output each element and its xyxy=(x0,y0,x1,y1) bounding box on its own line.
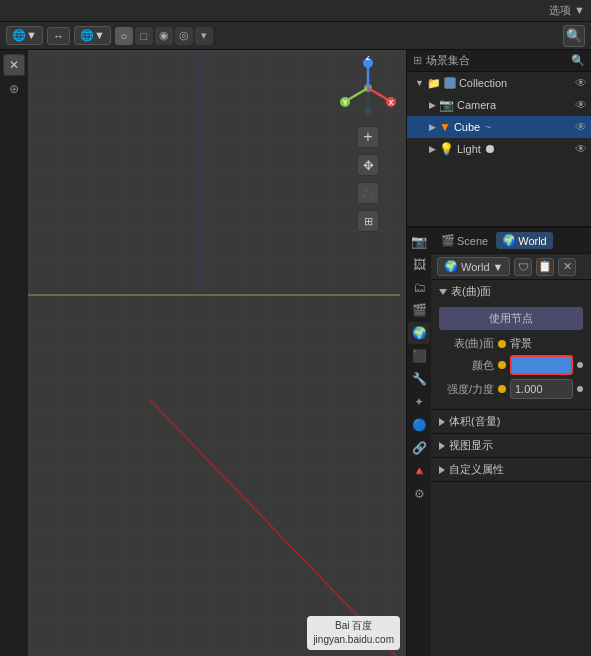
outliner-cube[interactable]: ▶ ▼ Cube ~ 👁 xyxy=(407,116,591,138)
surface-header[interactable]: 表(曲)面 xyxy=(431,280,591,303)
viewport-display-section: 视图显示 xyxy=(431,434,591,458)
camera-btn[interactable]: 🎥 xyxy=(357,182,379,204)
svg-line-12 xyxy=(346,88,368,101)
world-props-icon[interactable]: 🌍 xyxy=(408,322,430,344)
volume-header[interactable]: 体积(音量) xyxy=(431,410,591,433)
collection-eye-icon[interactable]: 👁 xyxy=(575,76,587,90)
select-tool[interactable]: ✕ xyxy=(3,54,25,76)
cube-label: Cube xyxy=(454,121,480,133)
options-menu[interactable]: 选项 ▼ xyxy=(549,3,585,18)
svg-point-16 xyxy=(364,107,372,115)
volume-triangle xyxy=(439,418,445,426)
volume-title: 体积(音量) xyxy=(449,414,500,429)
outliner-panel: ⊞ 场景集合 🔍 ▼ 📁 Collection 👁 xyxy=(407,50,591,228)
left-toolbar: ✕ ⊕ xyxy=(0,50,28,656)
collection-checkbox[interactable] xyxy=(444,77,456,89)
render-wire-icon[interactable]: □ xyxy=(135,27,153,45)
custom-props-section: 自定义属性 xyxy=(431,458,591,482)
surface-section: 表(曲)面 使用节点 表(曲)面 背景 xyxy=(431,280,591,410)
custom-props-header[interactable]: 自定义属性 xyxy=(431,458,591,481)
camera-expand-icon: ▶ xyxy=(429,100,436,110)
watermark: Bai 百度 jingyan.baidu.com xyxy=(307,616,400,650)
yellow-dot xyxy=(498,340,506,348)
world-shield-icon[interactable]: 🛡 xyxy=(514,258,532,276)
color-swatch[interactable] xyxy=(510,355,573,375)
surface-label: 表(曲)面 xyxy=(439,336,494,351)
svg-text:Z: Z xyxy=(366,56,371,61)
light-eye-icon[interactable]: 👁 xyxy=(575,142,587,156)
color-label: 颜色 xyxy=(439,358,494,373)
viewport-shading-btn[interactable]: 🌐▼ xyxy=(6,26,43,45)
outliner-filter-icon[interactable]: ⊞ xyxy=(413,54,422,67)
viewport-overlay-btn[interactable]: 🌐▼ xyxy=(74,26,111,45)
scene-tab-icon: 🎬 xyxy=(441,234,455,247)
viewport-mode-btn[interactable]: ↔ xyxy=(47,27,70,45)
surface-title: 表(曲)面 xyxy=(451,284,491,299)
world-close-icon[interactable]: ✕ xyxy=(558,258,576,276)
viewport-display-triangle xyxy=(439,442,445,450)
modifier-icon[interactable]: 🔧 xyxy=(408,368,430,390)
svg-line-9 xyxy=(368,88,390,101)
outliner-collection[interactable]: ▼ 📁 Collection 👁 xyxy=(407,72,591,94)
svg-text:Y: Y xyxy=(343,99,348,106)
use-nodes-btn[interactable]: 使用节点 xyxy=(439,307,583,330)
world-dropdown-btn[interactable]: 🌍 World ▼ xyxy=(437,257,510,276)
surface-triangle xyxy=(439,289,447,295)
particles-icon[interactable]: ✦ xyxy=(408,391,430,413)
tab-world[interactable]: 🌍 World xyxy=(496,232,553,249)
background-label: 背景 xyxy=(510,336,532,351)
cube-expand-icon: ▶ xyxy=(429,122,436,132)
color-dot-right xyxy=(577,362,583,368)
render-extra-icon[interactable]: ▾ xyxy=(195,27,213,45)
physics-icon[interactable]: 🔵 xyxy=(408,414,430,436)
lock-btn[interactable]: ⊞ xyxy=(357,210,379,232)
collection-label: Collection xyxy=(459,77,507,89)
light-label: Light xyxy=(457,143,481,155)
zoom-in-btn[interactable]: + xyxy=(357,126,379,148)
camera-label: Camera xyxy=(457,99,496,111)
strength-dot xyxy=(498,385,506,393)
render-mat-icon[interactable]: ◉ xyxy=(155,27,173,45)
viewport-display-header[interactable]: 视图显示 xyxy=(431,434,591,457)
tab-scene[interactable]: 🎬 Scene xyxy=(435,232,494,249)
svg-text:X: X xyxy=(389,99,394,106)
viewport-gizmo[interactable]: Z X Y xyxy=(336,56,400,120)
search-icon[interactable]: 🔍 xyxy=(563,25,585,47)
light-expand-icon: ▶ xyxy=(429,144,436,154)
render-props-icon[interactable]: 📷 xyxy=(408,230,430,252)
color-dot xyxy=(498,361,506,369)
light-circle xyxy=(486,145,494,153)
custom-props-title: 自定义属性 xyxy=(449,462,504,477)
cursor-tool[interactable]: ⊕ xyxy=(3,78,25,100)
world-new-icon[interactable]: 📋 xyxy=(536,258,554,276)
scene-props-icon[interactable]: 🎬 xyxy=(408,299,430,321)
render-render-icon[interactable]: ◎ xyxy=(175,27,193,45)
collection-expand-icon: ▼ xyxy=(415,78,424,88)
object-props-icon[interactable]: ⬛ xyxy=(408,345,430,367)
render-solid-icon[interactable]: ○ xyxy=(115,27,133,45)
outliner-light[interactable]: ▶ 💡 Light 👁 xyxy=(407,138,591,160)
cube-eye-icon[interactable]: 👁 xyxy=(575,120,587,134)
outliner-title: 场景集合 xyxy=(426,53,470,68)
constraints-icon[interactable]: 🔗 xyxy=(408,437,430,459)
camera-eye-icon[interactable]: 👁 xyxy=(575,98,587,112)
view-layer-icon[interactable]: 🗂 xyxy=(408,276,430,298)
world-tab-icon: 🌍 xyxy=(502,234,516,247)
viewport: ✕ ⊕ Z X xyxy=(0,50,406,656)
strength-dot-right xyxy=(577,386,583,392)
pan-btn[interactable]: ✥ xyxy=(357,154,379,176)
output-props-icon[interactable]: 🖼 xyxy=(408,253,430,275)
properties-icon-strip: 📷 🖼 🗂 🎬 🌍 ⬛ 🔧 ✦ 🔵 🔗 🔺 ⚙ xyxy=(407,228,431,656)
outliner-search-icon[interactable]: 🔍 xyxy=(571,54,585,67)
custom-props-triangle xyxy=(439,466,445,474)
volume-section: 体积(音量) xyxy=(431,410,591,434)
outliner-camera[interactable]: ▶ 📷 Camera 👁 xyxy=(407,94,591,116)
material-icon[interactable]: ⚙ xyxy=(408,483,430,505)
data-icon[interactable]: 🔺 xyxy=(408,460,430,482)
viewport-display-title: 视图显示 xyxy=(449,438,493,453)
strength-field[interactable]: 1.000 xyxy=(510,379,573,399)
strength-label: 强度/力度 xyxy=(439,382,494,397)
